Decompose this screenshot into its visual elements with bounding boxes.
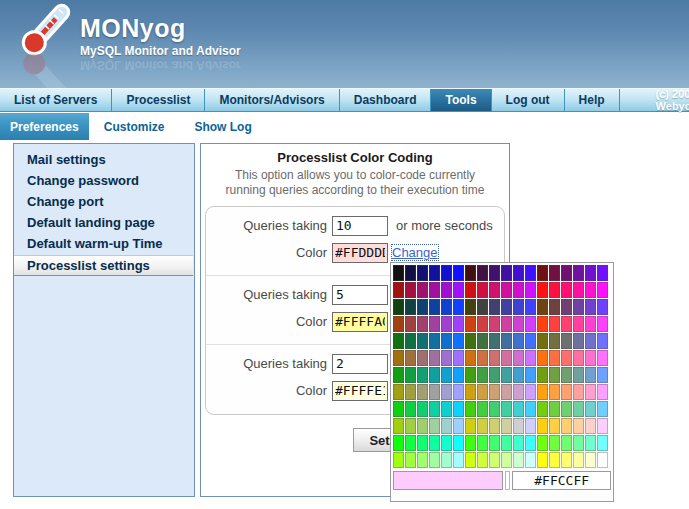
color-swatch[interactable] [489,299,500,315]
color-swatch[interactable] [441,452,452,468]
color-swatch[interactable] [513,384,524,400]
color-swatch[interactable] [585,367,596,383]
color-swatch[interactable] [573,384,584,400]
color-swatch[interactable] [441,350,452,366]
color-swatch[interactable] [513,299,524,315]
color-swatch[interactable] [393,435,404,451]
color-swatch[interactable] [573,350,584,366]
color-swatch[interactable] [561,384,572,400]
nav-dashboard[interactable]: Dashboard [340,89,432,111]
color-swatch[interactable] [417,418,428,434]
color-swatch[interactable] [441,401,452,417]
color-swatch[interactable] [561,333,572,349]
color-swatch[interactable] [393,418,404,434]
color-swatch[interactable] [525,401,536,417]
color-swatch[interactable] [525,367,536,383]
color-swatch[interactable] [501,265,512,281]
color-swatch[interactable] [453,282,464,298]
color-swatch[interactable] [429,333,440,349]
color-swatch[interactable] [477,316,488,332]
color-swatch[interactable] [525,384,536,400]
subnav-show-log[interactable]: Show Log [179,113,266,140]
color-swatch[interactable] [429,452,440,468]
seconds-input[interactable] [332,354,388,374]
color-swatch[interactable] [585,401,596,417]
color-swatch[interactable] [537,452,548,468]
color-swatch[interactable] [393,452,404,468]
color-swatch[interactable] [417,367,428,383]
color-swatch[interactable] [537,316,548,332]
color-swatch[interactable] [441,435,452,451]
nav-list-of-servers[interactable]: List of Servers [0,89,112,111]
color-swatch[interactable] [549,452,560,468]
color-swatch[interactable] [597,333,608,349]
color-swatch[interactable] [405,418,416,434]
color-swatch[interactable] [405,401,416,417]
nav-help[interactable]: Help [565,89,620,111]
change-color-link[interactable]: Change [392,245,438,260]
color-swatch[interactable] [453,333,464,349]
color-swatch[interactable] [525,265,536,281]
color-swatch[interactable] [501,367,512,383]
color-swatch[interactable] [489,350,500,366]
color-swatch[interactable] [537,435,548,451]
color-swatch[interactable] [417,452,428,468]
color-swatch[interactable] [489,452,500,468]
color-swatch[interactable] [585,333,596,349]
color-swatch[interactable] [477,350,488,366]
color-swatch[interactable] [441,299,452,315]
sidebar-item-default-landing-page[interactable]: Default landing page [14,213,194,233]
color-swatch[interactable] [441,282,452,298]
color-swatch[interactable] [549,418,560,434]
seconds-input[interactable] [332,285,388,305]
color-swatch[interactable] [429,401,440,417]
color-swatch[interactable] [549,401,560,417]
color-swatch[interactable] [573,367,584,383]
color-swatch[interactable] [453,350,464,366]
color-swatch[interactable] [465,265,476,281]
color-swatch[interactable] [573,452,584,468]
color-swatch[interactable] [417,350,428,366]
color-swatch[interactable] [405,384,416,400]
nav-tools[interactable]: Tools [431,89,491,111]
color-swatch[interactable] [549,350,560,366]
color-swatch[interactable] [561,452,572,468]
subnav-preferences[interactable]: Preferences [0,113,89,140]
color-swatch[interactable] [453,435,464,451]
color-swatch[interactable] [501,333,512,349]
color-swatch[interactable] [441,367,452,383]
color-swatch[interactable] [393,282,404,298]
color-swatch[interactable] [585,282,596,298]
color-swatch[interactable] [585,452,596,468]
color-swatch[interactable] [501,282,512,298]
color-swatch[interactable] [573,435,584,451]
color-swatch[interactable] [405,452,416,468]
color-swatch[interactable] [585,435,596,451]
seconds-input[interactable] [332,216,388,236]
color-swatch[interactable] [453,401,464,417]
color-swatch[interactable] [441,333,452,349]
color-swatch[interactable] [513,265,524,281]
color-swatch[interactable] [501,316,512,332]
color-swatch[interactable] [597,350,608,366]
color-swatch[interactable] [417,316,428,332]
color-swatch[interactable] [561,299,572,315]
color-swatch[interactable] [549,435,560,451]
color-swatch[interactable] [393,265,404,281]
color-swatch[interactable] [489,435,500,451]
color-swatch[interactable] [501,299,512,315]
color-swatch[interactable] [573,333,584,349]
color-hex-input[interactable] [332,381,388,401]
color-swatch[interactable] [405,265,416,281]
color-swatch[interactable] [513,367,524,383]
color-swatch[interactable] [561,350,572,366]
color-swatch[interactable] [489,367,500,383]
color-swatch[interactable] [477,401,488,417]
color-swatch[interactable] [441,316,452,332]
nav-monitors-advisors[interactable]: Monitors/Advisors [205,89,339,111]
color-swatch[interactable] [405,316,416,332]
color-swatch[interactable] [597,418,608,434]
color-swatch[interactable] [477,384,488,400]
color-swatch[interactable] [597,265,608,281]
color-swatch[interactable] [417,282,428,298]
